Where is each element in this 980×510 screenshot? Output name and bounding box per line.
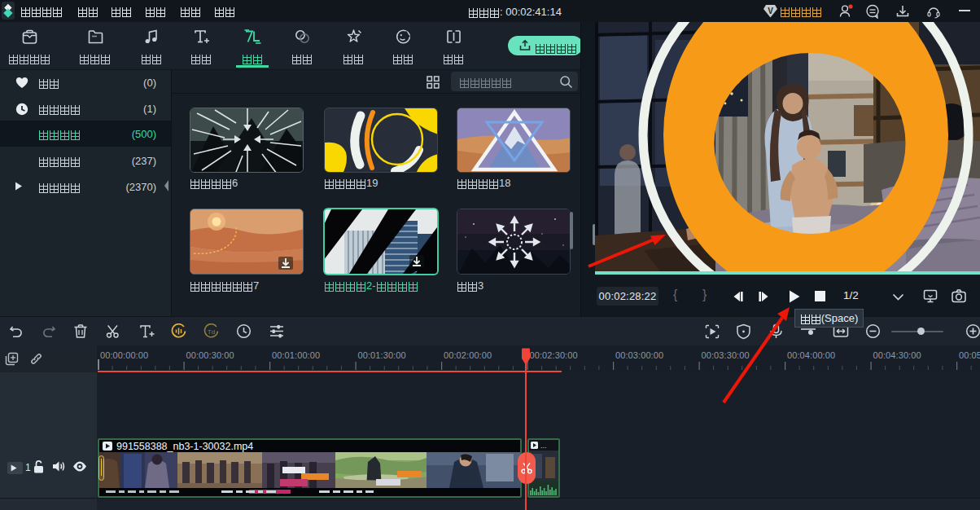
svg-text:V: V [768,7,773,15]
svg-text:Td: Td [208,328,215,336]
